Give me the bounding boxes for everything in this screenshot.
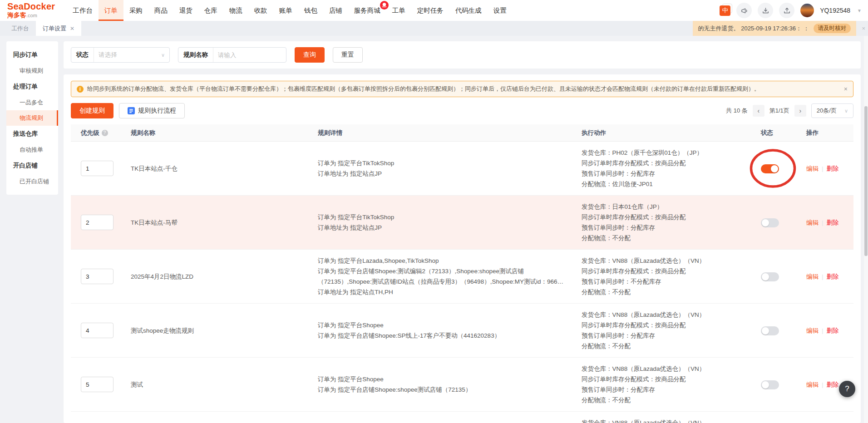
search-button[interactable]: 查询 xyxy=(295,47,325,63)
page-tab[interactable]: 工作台 xyxy=(5,21,36,36)
rule-name-label: 规则名称 xyxy=(178,51,213,59)
username-label[interactable]: YQ192548 xyxy=(820,7,850,14)
rule-name-filter: 规则名称 xyxy=(178,47,286,63)
nav-item[interactable]: 代码生成 xyxy=(449,0,488,21)
download-button[interactable] xyxy=(758,3,773,18)
nav-item[interactable]: 仓库 xyxy=(198,0,223,21)
notification-text: 的无主件退货。 2025-09-19 17:26:36： ： xyxy=(698,25,809,33)
delete-link[interactable]: 删除 xyxy=(827,381,839,388)
priority-input[interactable] xyxy=(81,269,113,284)
help-button[interactable]: ? xyxy=(839,381,855,397)
brand-logo[interactable]: SeaDocker 海多客.com xyxy=(7,2,55,19)
language-switch-icon[interactable]: 中 xyxy=(720,5,730,16)
page-indicator: 第1/1页 xyxy=(769,107,789,115)
topbar-right: 中 YQ192548 ▼ xyxy=(720,3,862,18)
export-button[interactable] xyxy=(779,3,794,18)
create-rule-button[interactable]: 创建规则 xyxy=(71,103,113,118)
brand-name: SeaDocker xyxy=(7,2,55,11)
rule-actions: 发货仓库：VN88（原Lazada优选仓）（VN） xyxy=(578,418,757,423)
rule-actions: 发货仓库：日本01仓库（JP）同步订单时库存分配模式：按商品分配预售订单同步时：… xyxy=(578,202,757,243)
nav-item[interactable]: 退货 xyxy=(173,0,198,21)
rule-details: 订单为 指定平台TikTokShop订单地址为 指定站点JP xyxy=(312,212,578,233)
table-row-partial: 发货仓库：VN88（原Lazada优选仓）（VN） xyxy=(71,412,853,423)
delete-link[interactable]: 删除 xyxy=(827,273,839,280)
status-toggle[interactable] xyxy=(761,272,779,281)
delete-link[interactable]: 删除 xyxy=(827,219,839,226)
nav-item[interactable]: 物流 xyxy=(223,0,248,21)
nav-item[interactable]: 工作台 xyxy=(67,0,99,21)
notification-close-icon[interactable]: × xyxy=(862,25,865,32)
status-placeholder: 请选择 xyxy=(99,51,117,59)
priority-input[interactable] xyxy=(81,377,113,392)
nav-item[interactable]: 定时任务 xyxy=(411,0,449,21)
main-panel: 状态 请选择 ∨ 规则名称 查询 重置 i xyxy=(64,41,861,423)
edit-link[interactable]: 编辑 xyxy=(806,381,819,388)
rule-details: 订单为 指定平台TikTokShop订单地址为 指定站点JP xyxy=(312,158,578,179)
sidebar-item[interactable]: 已开白店铺 xyxy=(6,174,58,189)
priority-input[interactable] xyxy=(81,323,113,338)
nav-item[interactable]: 设置 xyxy=(488,0,513,21)
chevron-down-icon: ∨ xyxy=(161,52,165,58)
nav-item[interactable]: 工单 xyxy=(386,0,411,21)
nav-item[interactable]: 账单 xyxy=(273,0,298,21)
edit-link[interactable]: 编辑 xyxy=(806,165,819,172)
status-toggle[interactable] xyxy=(761,380,779,389)
header-operations: 操作 xyxy=(803,129,853,137)
chevron-down-icon: ∨ xyxy=(844,108,848,114)
settings-sidebar: 同步订单审核规则处理订单一品多仓物流规则推送仓库自动推单开白店铺已开白店铺 xyxy=(6,41,58,195)
rule-name: 2025年4月2日物流LZD xyxy=(131,271,312,282)
reset-button[interactable]: 重置 xyxy=(333,47,363,63)
sidebar-item[interactable]: 审核规则 xyxy=(6,63,58,79)
rule-flow-button[interactable]: 规则执行流程 xyxy=(119,103,185,118)
top-navbar: SeaDocker 海多客.com 工作台订单采购商品退货仓库物流收款账单钱包店… xyxy=(0,0,868,21)
edit-link[interactable]: 编辑 xyxy=(806,273,819,280)
workspace: 同步订单审核规则处理订单一品多仓物流规则推送仓库自动推单开白店铺已开白店铺 状态… xyxy=(0,36,868,423)
user-avatar[interactable] xyxy=(800,4,814,17)
edit-link[interactable]: 编辑 xyxy=(806,219,819,226)
upload-icon xyxy=(783,7,791,15)
info-icon: i xyxy=(77,86,84,93)
nav-item[interactable]: 钱包 xyxy=(298,0,323,21)
nav-item[interactable]: 订单 xyxy=(99,0,123,21)
edit-link[interactable]: 编辑 xyxy=(806,327,819,334)
delete-link[interactable]: 删除 xyxy=(827,165,839,172)
tab-close-icon[interactable]: ✕ xyxy=(70,25,74,32)
status-toggle[interactable] xyxy=(761,326,779,335)
rule-name: TK日本站点-马帮 xyxy=(131,217,312,228)
status-select-field[interactable]: 请选择 ∨ xyxy=(94,48,169,62)
next-page-button[interactable]: › xyxy=(794,105,806,117)
priority-input[interactable] xyxy=(81,161,113,176)
main-menu: 工作台订单采购商品退货仓库物流收款账单钱包店铺服务商城工单定时任务代码生成设置 xyxy=(67,0,513,21)
download-icon xyxy=(762,7,769,15)
page-tabbar: 工作台订单设置✕ 的无主件退货。 2025-09-19 17:26:36： ： … xyxy=(0,21,868,36)
info-banner: i 给同步到系统的订单分配物流、发货仓库（平台物流订单不需要分配仓库）；包裹维度… xyxy=(71,81,853,97)
announcement-button[interactable] xyxy=(736,3,752,18)
scrollbar-thumb[interactable] xyxy=(864,106,868,256)
header-actions: 执行动作 xyxy=(578,129,757,137)
user-menu-caret-icon[interactable]: ▼ xyxy=(857,8,862,13)
sidebar-item[interactable]: 物流规则 xyxy=(6,110,58,126)
status-toggle[interactable] xyxy=(761,164,779,173)
prev-page-button[interactable]: ‹ xyxy=(753,105,764,117)
nav-item[interactable]: 商品 xyxy=(148,0,173,21)
nav-item[interactable]: 采购 xyxy=(123,0,148,21)
priority-input[interactable] xyxy=(81,215,113,230)
sidebar-group-label: 处理订单 xyxy=(6,79,58,95)
banner-close-icon[interactable]: × xyxy=(838,85,848,93)
sidebar-group-label: 同步订单 xyxy=(6,47,58,63)
help-tooltip-icon[interactable]: ? xyxy=(102,130,108,136)
rule-name-input[interactable] xyxy=(218,48,281,62)
rule-details: 订单为 指定平台Lazada,Shopee,TikTokShop订单为 指定平台… xyxy=(312,256,578,297)
sidebar-item[interactable]: 自动推单 xyxy=(6,142,58,157)
delete-link[interactable]: 删除 xyxy=(827,327,839,334)
page-size-select[interactable]: 20条/页 ∨ xyxy=(811,103,853,118)
status-select[interactable]: 状态 请选择 ∨ xyxy=(71,47,170,63)
nav-item[interactable]: 收款 xyxy=(248,0,273,21)
page-tab[interactable]: 订单设置✕ xyxy=(36,21,81,36)
scrollbar-track xyxy=(864,36,868,423)
notification-action-button[interactable]: 请及时核对 xyxy=(814,24,851,33)
status-toggle[interactable] xyxy=(761,218,779,227)
nav-item[interactable]: 服务商城 xyxy=(348,0,386,21)
sidebar-item[interactable]: 一品多仓 xyxy=(6,95,58,110)
nav-item[interactable]: 店铺 xyxy=(323,0,348,21)
